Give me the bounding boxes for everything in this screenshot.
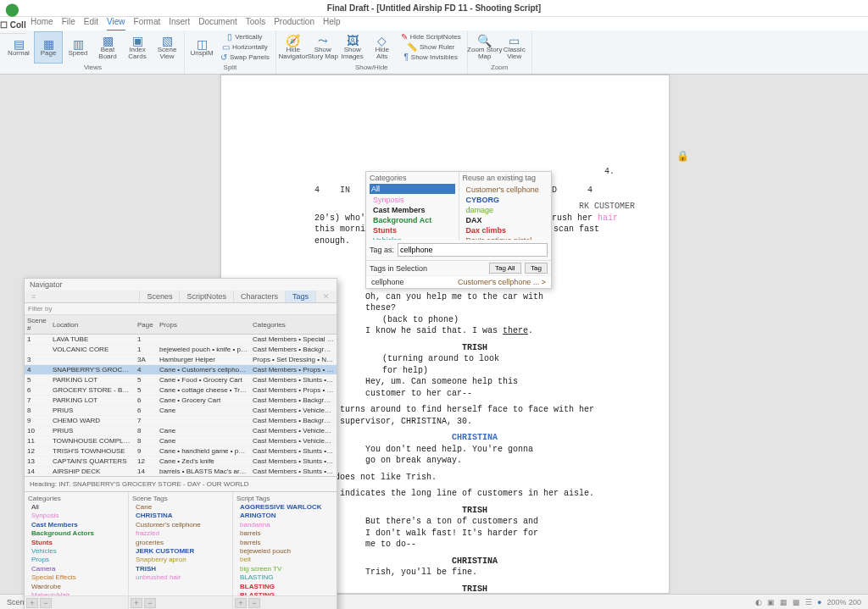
table-row[interactable]: 13CAPTAIN'S QUARTERS12Cane • Zed's knife… [25, 457, 337, 467]
list-item[interactable]: JERK CUSTOMER [134, 547, 227, 556]
menu-insert[interactable]: Insert [169, 17, 190, 30]
night-mode-icon[interactable]: ◐ [755, 598, 762, 606]
list-item[interactable]: groceries [134, 539, 227, 547]
tab-characters[interactable]: Characters [233, 291, 285, 302]
zoom-slider-icon[interactable]: ● [817, 598, 821, 606]
list-item[interactable]: damage [465, 205, 547, 215]
beat-board-button[interactable]: ▩Beat Board [93, 31, 122, 64]
tag-all-button[interactable]: Tag All [489, 263, 521, 274]
table-row[interactable]: 1LAVA TUBE1Cast Members • Special Effect [25, 335, 337, 345]
table-row[interactable]: 14AIRSHIP DECK14barrels • BLASTS Mac's a… [25, 467, 337, 477]
remove-button[interactable]: − [40, 598, 52, 608]
list-item[interactable]: bejeweled pouch [238, 547, 331, 556]
index-cards-button[interactable]: ▣Index Cards [123, 31, 152, 64]
tag-info-right[interactable]: Customer's cellphone ... > [458, 278, 546, 286]
tag-button[interactable]: Tag [525, 263, 548, 274]
list-item[interactable]: Cane [134, 503, 227, 512]
th-page[interactable]: Page [135, 315, 157, 335]
list-item[interactable]: barrels [238, 529, 331, 538]
script-tags-column[interactable]: Script Tags AGGRESSIVE WARLOCKARINGTONba… [233, 492, 337, 609]
list-item[interactable]: Dax climbs [465, 225, 547, 235]
table-row[interactable]: VOLCANIC CORE1bejeweled pouch • knife • … [25, 345, 337, 355]
add-button[interactable]: + [235, 598, 247, 608]
table-row[interactable]: 12TRISH'S TOWNHOUSE9Cane • handheld game… [25, 446, 337, 457]
list-item[interactable]: Props [30, 556, 123, 564]
unsplit-button[interactable]: ◫UnsplM [187, 31, 216, 64]
table-row[interactable]: 10PRIUS8CaneCast Members • Vehicles • Pr… [25, 426, 337, 436]
menu-tools[interactable]: Tools [246, 17, 265, 30]
list-item[interactable]: All [30, 503, 123, 512]
page-icon[interactable]: ▣ [767, 598, 775, 606]
list-item[interactable]: Synposis [30, 512, 123, 520]
list-item[interactable]: big screen TV [238, 565, 331, 573]
table-row[interactable]: 7PARKING LOT6Cane • Grocery CartCast Mem… [25, 396, 337, 406]
list-item[interactable]: BLASTING [238, 573, 331, 582]
table-row[interactable]: 4SNAPBERRY'S GROCERY ST...4Cane • Custom… [25, 365, 337, 375]
reuse-tag-column[interactable]: Reuse an existing tag Customer's cellpho… [459, 172, 552, 240]
classic-view-button[interactable]: ▭Classic View [500, 31, 529, 64]
swap-panels-button[interactable]: ↺Swap Panels [217, 53, 273, 63]
list-item[interactable]: TRISH [134, 565, 227, 573]
list-item[interactable]: unbrushed hair [134, 573, 227, 582]
split-horizontally-button[interactable]: ▭Horizontally [217, 42, 273, 53]
list-item[interactable]: Customer's cellphone [134, 521, 227, 529]
list-item[interactable]: Background Actors [30, 529, 123, 538]
view-icon-3[interactable]: ☰ [805, 598, 812, 606]
view-icon-1[interactable]: ▦ [780, 598, 787, 606]
add-button[interactable]: + [26, 598, 38, 608]
list-item[interactable]: BLASTING [238, 583, 331, 591]
table-row[interactable]: 6GROCERY STORE - BACK O...5Cane • cottag… [25, 385, 337, 396]
list-item[interactable]: Cast Members [371, 205, 453, 215]
list-item[interactable]: Wardrobe [30, 583, 123, 591]
list-item[interactable]: Special Effects [30, 573, 123, 582]
list-item[interactable]: Vehicles [30, 547, 123, 556]
list-item[interactable]: CHRISTINA [134, 512, 227, 520]
list-item[interactable]: ARINGTON [238, 512, 331, 520]
list-item[interactable]: DAX [465, 215, 547, 225]
tag-panel[interactable]: Categories All SynposisCast MembersBackg… [365, 171, 552, 289]
list-item[interactable]: AGGRESSIVE WARLOCK [238, 503, 331, 512]
list-item[interactable]: belt [238, 556, 331, 564]
remove-button[interactable]: − [248, 598, 260, 608]
list-item[interactable]: Synposis [371, 195, 453, 205]
show-invisibles-button[interactable]: ¶Show Invisibles [398, 53, 465, 63]
menu-file[interactable]: File [62, 17, 75, 30]
remove-button[interactable]: − [144, 598, 156, 608]
list-item[interactable]: Dax's antique pistol [465, 235, 547, 240]
category-all[interactable]: All [370, 184, 455, 194]
normal-view-button[interactable]: ▤Normal [4, 31, 33, 64]
tab-scenes[interactable]: Scenes [139, 291, 179, 302]
list-item[interactable]: Stunts [30, 539, 123, 547]
page-view-button[interactable]: ▦Page [34, 31, 63, 64]
list-item[interactable]: CYBORG [465, 195, 547, 205]
categories-column[interactable]: Categories AllSynposisCast MembersBackgr… [25, 492, 129, 609]
show-ruler-button[interactable]: 📏Show Ruler [398, 42, 465, 53]
list-item[interactable]: Background Act [371, 215, 453, 225]
scene-tags-column[interactable]: Scene Tags CaneCHRISTINACustomer's cellp… [129, 492, 233, 609]
menu-document[interactable]: Document [198, 17, 237, 30]
list-item[interactable]: barrels [238, 539, 331, 547]
th-props[interactable]: Props [157, 315, 250, 335]
list-item[interactable]: Cast Members [30, 521, 123, 529]
list-item[interactable]: Stunts [371, 225, 453, 235]
add-button[interactable]: + [131, 598, 142, 608]
list-item[interactable]: Camera [30, 565, 123, 573]
table-row[interactable]: 8PRIUS6CaneCast Members • Vehicles • Pro [25, 406, 337, 416]
close-icon[interactable]: ✕ [315, 291, 337, 302]
hide-navigator-button[interactable]: 🧭Hide Navigator [279, 31, 308, 64]
th-scene[interactable]: Scene # [25, 315, 50, 335]
table-row[interactable]: 9CHEMO WARD7Cast Members • Background A [25, 416, 337, 426]
list-item[interactable]: Snapberry apron [134, 556, 227, 564]
tag-categories-column[interactable]: Categories All SynposisCast MembersBackg… [366, 172, 459, 240]
filter-by-label[interactable]: Filter by [25, 303, 337, 315]
menu-help[interactable]: Help [323, 17, 341, 30]
table-row[interactable]: 11TOWNHOUSE COMPLEX8CaneCast Members • V… [25, 436, 337, 446]
th-categories[interactable]: Categories [250, 315, 337, 335]
zoom-value[interactable]: 200% 200 [826, 598, 861, 606]
th-location[interactable]: Location [50, 315, 135, 335]
scene-view-button[interactable]: ▧Scene View [153, 31, 181, 64]
hide-alts-button[interactable]: ◇Hide Alts [368, 31, 397, 64]
menu-home[interactable]: Home [31, 17, 53, 30]
show-images-button[interactable]: 🖼Show Images [338, 31, 367, 64]
navigator-panel[interactable]: Navigator ≡ Scenes ScriptNotes Character… [24, 278, 337, 609]
